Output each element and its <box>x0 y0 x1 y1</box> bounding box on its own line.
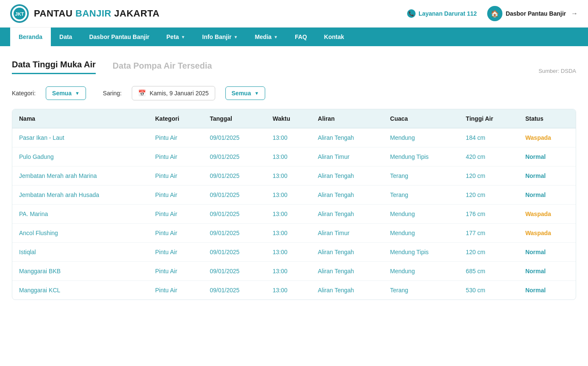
cell-tinggi: 177 cm <box>459 224 519 243</box>
cell-kategori: Pintu Air <box>148 205 203 224</box>
cell-tinggi: 530 cm <box>459 281 519 300</box>
tab-tinggi-muka-air[interactable]: Data Tinggi Muka Air <box>12 60 96 74</box>
cell-waktu: 13:00 <box>266 147 311 166</box>
cell-kategori: Pintu Air <box>148 281 203 300</box>
table-header: Nama Kategori Tanggal Waktu Aliran Cuaca… <box>12 109 576 128</box>
table-row: Manggarai BKB Pintu Air 09/01/2025 13:00… <box>12 262 576 281</box>
kategori-label: Kategori: <box>12 90 36 97</box>
col-header-tinggi: Tinggi Air <box>459 109 519 128</box>
cell-kategori: Pintu Air <box>148 186 203 205</box>
nav-info-banjir[interactable]: Info Banjir ▼ <box>194 28 246 46</box>
cell-nama: Manggarai BKB <box>12 262 148 281</box>
arrow-right-icon: → <box>571 10 578 17</box>
cell-cuaca: Mendung Tipis <box>383 243 459 262</box>
cell-tinggi: 120 cm <box>459 186 519 205</box>
cell-status: Normal <box>519 262 576 281</box>
col-header-tanggal: Tanggal <box>203 109 266 128</box>
kategori-chevron-icon: ▼ <box>75 91 80 96</box>
cell-kategori: Pintu Air <box>148 224 203 243</box>
calendar-icon: 📅 <box>138 89 146 97</box>
cell-aliran: Aliran Tengah <box>311 186 383 205</box>
cell-aliran: Aliran Timur <box>311 147 383 166</box>
nav-media[interactable]: Media ▼ <box>246 28 286 46</box>
cell-aliran: Aliran Tengah <box>311 166 383 186</box>
cell-nama: Pulo Gadung <box>12 147 148 166</box>
cell-kategori: Pintu Air <box>148 262 203 281</box>
nav-kontak[interactable]: Kontak <box>316 28 352 46</box>
cell-tinggi: 420 cm <box>459 147 519 166</box>
table-header-row: Nama Kategori Tanggal Waktu Aliran Cuaca… <box>12 109 576 128</box>
cell-tinggi: 120 cm <box>459 166 519 186</box>
dashboard-label: Dasbor Pantau Banjir <box>506 10 566 17</box>
kategori-value: Semua <box>52 90 72 97</box>
cell-status: Waspada <box>519 224 576 243</box>
aliran-dropdown[interactable]: Semua ▼ <box>225 86 266 100</box>
kategori-dropdown[interactable]: Semua ▼ <box>46 86 86 100</box>
cell-status: Normal <box>519 281 576 300</box>
cell-status: Normal <box>519 147 576 166</box>
table-row: Jembatan Merah arah Marina Pintu Air 09/… <box>12 166 576 186</box>
cell-tanggal: 09/01/2025 <box>203 128 266 147</box>
emergency-label: Layanan Darurat 112 <box>419 10 477 17</box>
cell-status: Normal <box>519 166 576 186</box>
cell-cuaca: Terang <box>383 186 459 205</box>
col-header-aliran: Aliran <box>311 109 383 128</box>
cell-aliran: Aliran Tengah <box>311 205 383 224</box>
cell-kategori: Pintu Air <box>148 243 203 262</box>
logo-area: JKT PANTAU BANJIR JAKARTA <box>10 4 160 23</box>
media-chevron-icon: ▼ <box>274 35 278 39</box>
cell-waktu: 13:00 <box>266 128 311 147</box>
cell-waktu: 13:00 <box>266 166 311 186</box>
nav-faq[interactable]: FAQ <box>286 28 316 46</box>
date-picker[interactable]: 📅 Kamis, 9 Januari 2025 <box>132 86 215 100</box>
cell-cuaca: Terang <box>383 166 459 186</box>
data-table: Nama Kategori Tanggal Waktu Aliran Cuaca… <box>12 109 576 299</box>
cell-waktu: 13:00 <box>266 243 311 262</box>
app-title: PANTAU BANJIR JAKARTA <box>34 8 160 19</box>
table-row: Jembatan Merah arah Husada Pintu Air 09/… <box>12 186 576 205</box>
tab-row: Data Tinggi Muka Air Data Pompa Air Ters… <box>12 60 576 74</box>
dashboard-link[interactable]: 🏠 Dasbor Pantau Banjir → <box>487 6 578 21</box>
nav-data[interactable]: Data <box>51 28 80 46</box>
cell-tinggi: 685 cm <box>459 262 519 281</box>
cell-nama: Pasar Ikan - Laut <box>12 128 148 147</box>
cell-tinggi: 184 cm <box>459 128 519 147</box>
tabs: Data Tinggi Muka Air Data Pompa Air Ters… <box>12 60 229 74</box>
cell-waktu: 13:00 <box>266 262 311 281</box>
cell-kategori: Pintu Air <box>148 128 203 147</box>
cell-waktu: 13:00 <box>266 205 311 224</box>
svg-text:JKT: JKT <box>15 11 24 17</box>
cell-cuaca: Terang <box>383 281 459 300</box>
top-header: JKT PANTAU BANJIR JAKARTA 📞 Layanan Daru… <box>0 0 588 28</box>
cell-cuaca: Mendung <box>383 128 459 147</box>
col-header-waktu: Waktu <box>266 109 311 128</box>
saring-label: Saring: <box>103 90 122 97</box>
table-wrapper[interactable]: Nama Kategori Tanggal Waktu Aliran Cuaca… <box>12 109 576 299</box>
cell-nama: Jembatan Merah arah Marina <box>12 166 148 186</box>
cell-tinggi: 176 cm <box>459 205 519 224</box>
cell-status: Normal <box>519 186 576 205</box>
tab-pompa-air[interactable]: Data Pompa Air Tersedia <box>113 61 212 74</box>
cell-nama: Istiqlal <box>12 243 148 262</box>
cell-tanggal: 09/01/2025 <box>203 205 266 224</box>
table-row: Manggarai KCL Pintu Air 09/01/2025 13:00… <box>12 281 576 300</box>
cell-kategori: Pintu Air <box>148 147 203 166</box>
cell-waktu: 13:00 <box>266 281 311 300</box>
table-row: Pulo Gadung Pintu Air 09/01/2025 13:00 A… <box>12 147 576 166</box>
cell-cuaca: Mendung Tipis <box>383 147 459 166</box>
nav-peta[interactable]: Peta ▼ <box>158 28 194 46</box>
table-row: PA. Marina Pintu Air 09/01/2025 13:00 Al… <box>12 205 576 224</box>
cell-status: Waspada <box>519 205 576 224</box>
cell-cuaca: Mendung <box>383 205 459 224</box>
nav-dasbor[interactable]: Dasbor Pantau Banjir <box>80 28 158 46</box>
col-header-status: Status <box>519 109 576 128</box>
peta-chevron-icon: ▼ <box>181 35 185 39</box>
nav-beranda[interactable]: Beranda <box>10 28 51 46</box>
cell-aliran: Aliran Tengah <box>311 128 383 147</box>
col-header-cuaca: Cuaca <box>383 109 459 128</box>
cell-nama: PA. Marina <box>12 205 148 224</box>
col-header-nama: Nama <box>12 109 148 128</box>
cell-aliran: Aliran Timur <box>311 224 383 243</box>
emergency-link[interactable]: 📞 Layanan Darurat 112 <box>407 9 477 18</box>
table-row: Ancol Flushing Pintu Air 09/01/2025 13:0… <box>12 224 576 243</box>
